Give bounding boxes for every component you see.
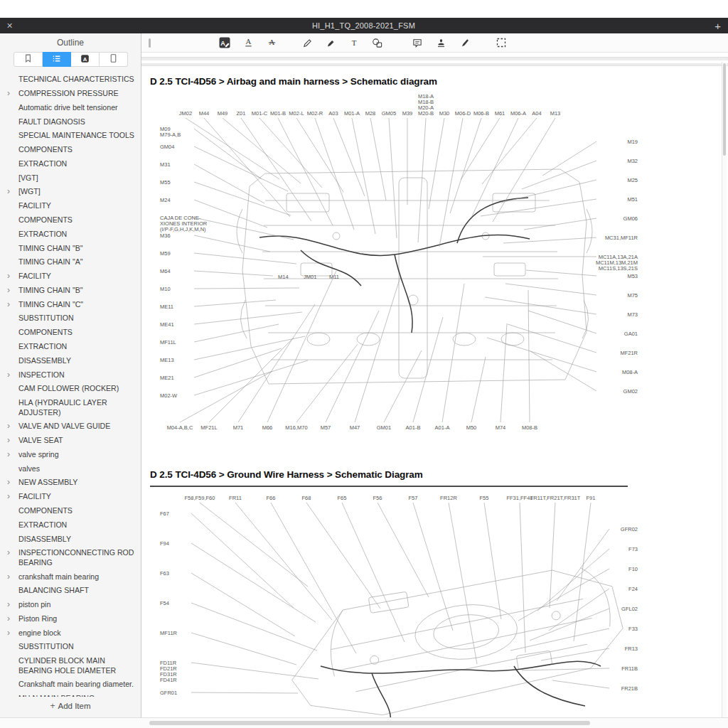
outline-item-label: FACILITY	[18, 201, 136, 210]
outline-item[interactable]: ›engine block	[0, 626, 141, 641]
outline-item[interactable]: ›INSPECTION	[0, 368, 141, 382]
outline-item[interactable]: ›MU N MAIN BEARING SELECTION	[0, 692, 141, 697]
strikeout-text-tool-button[interactable]: A	[263, 35, 280, 50]
outline-item[interactable]: DISASSEMBLY	[0, 354, 141, 368]
outline-list-icon	[52, 53, 61, 66]
close-window-icon[interactable]: ✕	[0, 21, 25, 31]
chevron-right-icon[interactable]: ›	[6, 300, 18, 309]
outline-item[interactable]: FACILITY	[0, 199, 141, 213]
chevron-right-icon[interactable]: ›	[6, 572, 18, 582]
highlight-text-tool-button[interactable]: A	[216, 35, 233, 50]
outline-item[interactable]: ›crankshaft main bearing	[0, 569, 141, 584]
outline-item[interactable]: ›TIMING CHAIN "C"	[0, 298, 141, 312]
chevron-right-icon[interactable]: ›	[6, 187, 18, 196]
tool-group-2: T	[299, 35, 386, 50]
diagram-label: M74	[496, 424, 506, 431]
outline-item[interactable]: ›Piston Ring	[0, 612, 141, 626]
chevron-right-icon[interactable]: ›	[6, 272, 18, 281]
chevron-right-icon[interactable]: ›	[6, 436, 18, 445]
annotations-tab[interactable]: A	[71, 52, 100, 67]
diagram-label: GA01	[624, 331, 638, 337]
diagram-label: M02-R	[307, 110, 323, 117]
note-tool-button[interactable]	[409, 35, 426, 50]
new-tab-icon[interactable]: +	[702, 20, 728, 32]
horizontal-scrollbar[interactable]	[0, 717, 728, 728]
outline-item-label: TECHNICAL CHARACTERISTICS	[18, 75, 136, 84]
outline-item[interactable]: CYLINDER BLOCK MAIN BEARING HOLE DIAMETE…	[0, 654, 141, 678]
vertical-scrollbar[interactable]	[722, 62, 727, 718]
outline-item[interactable]: Automatic drive belt tensioner	[0, 101, 141, 115]
outline-item[interactable]: ›VALVE SEAT	[0, 434, 141, 448]
outline-item[interactable]: [VGT]	[0, 171, 141, 185]
outline-item[interactable]: TIMING CHAIN "A"	[0, 255, 141, 269]
outline-item-label: FAULT DIAGNOSIS	[18, 117, 136, 127]
outline-item[interactable]: ›NEW ASSEMBLY	[0, 476, 141, 490]
sidebar-tab-bar: A	[0, 52, 141, 67]
chevron-right-icon[interactable]: ›	[6, 614, 18, 623]
chevron-right-icon[interactable]: ›	[6, 286, 18, 295]
outline-item[interactable]: TECHNICAL CHARACTERISTICS	[0, 73, 141, 87]
diagram-label: M16,M70	[285, 424, 307, 431]
shapes-tool-button[interactable]	[369, 35, 386, 50]
marker-tool-button[interactable]	[322, 35, 339, 50]
chevron-right-icon[interactable]: ›	[6, 370, 18, 380]
underline-text-tool-button[interactable]: A	[240, 35, 257, 50]
outline-item[interactable]: ›FACILITY	[0, 269, 141, 284]
outline-item[interactable]: TIMING CHAIN "B"	[0, 241, 141, 255]
outline-item[interactable]: COMPONENTS	[0, 213, 141, 228]
diagram-label: M44	[199, 110, 210, 117]
signature-tool-button[interactable]	[456, 35, 473, 50]
outline-item[interactable]: HLA (HYDRAULIC LAYER ADJUSTER)	[0, 396, 141, 419]
diagram-label: M73	[627, 311, 638, 318]
outline-item[interactable]: FAULT DIAGNOSIS	[0, 114, 141, 129]
outline-item[interactable]: valves	[0, 462, 141, 476]
pencil-tool-button[interactable]	[299, 35, 316, 50]
chevron-right-icon[interactable]: ›	[6, 478, 18, 487]
stamp-tool-button[interactable]	[432, 35, 449, 50]
outline-item[interactable]: BALANCING SHAFT	[0, 584, 141, 598]
outline-item[interactable]: COMPONENTS	[0, 143, 141, 157]
outline-item[interactable]: Crankshaft main bearing diameter.	[0, 678, 141, 692]
outline-item[interactable]: ›TIMING CHAIN "B"	[0, 284, 141, 298]
outline-item[interactable]: ›valve spring	[0, 448, 141, 462]
outline-item[interactable]: DISASSEMBLY	[0, 532, 141, 546]
outline-item[interactable]: SUBSTITUTION	[0, 640, 141, 654]
outline-item[interactable]: COMPONENTS	[0, 326, 141, 340]
diagram-label: MF21L	[200, 424, 217, 431]
diagram-label: JM01	[304, 274, 316, 280]
pages-tab[interactable]	[100, 52, 128, 67]
outline-item-label: CYLINDER BLOCK MAIN BEARING HOLE DIAMETE…	[18, 656, 136, 675]
outline-item[interactable]: CAM FOLLOWER (ROCKER)	[0, 382, 141, 396]
outline-item[interactable]: ›COMPRESSION PRESSURE	[0, 87, 141, 101]
outline-item[interactable]: ›INSPECTIONCONNECTING ROD BEARING	[0, 546, 141, 569]
chevron-right-icon[interactable]: ›	[6, 492, 18, 501]
outline-item[interactable]: SUBSTITUTION	[0, 311, 141, 326]
outline-item[interactable]: EXTRACTION	[0, 518, 141, 532]
horizontal-scrollbar-thumb[interactable]	[149, 721, 590, 725]
diagram-label: M02-W	[160, 392, 178, 399]
text-tool-button[interactable]: T	[346, 35, 363, 50]
chevron-right-icon[interactable]: ›	[6, 450, 18, 459]
outline-item[interactable]: ›piston pin	[0, 598, 141, 612]
chevron-right-icon[interactable]: ›	[6, 89, 18, 98]
outline-item[interactable]: EXTRACTION	[0, 157, 141, 171]
outline-item[interactable]: ›[WGT]	[0, 185, 141, 199]
outline-item[interactable]: SPECIAL MAINTENANCE TOOLS	[0, 129, 141, 143]
toolbar-drag-handle[interactable]	[149, 38, 151, 48]
outline-item[interactable]: ›VALVE AND VALVE GUIDE	[0, 419, 141, 434]
vertical-scrollbar-thumb[interactable]	[723, 63, 726, 156]
outline-item[interactable]: EXTRACTION	[0, 228, 141, 242]
chevron-right-icon[interactable]: ›	[6, 422, 18, 431]
chevron-right-icon[interactable]: ›	[6, 600, 18, 609]
selection-tool-button[interactable]	[493, 35, 510, 50]
outline-item[interactable]: ›FACILITY	[0, 490, 141, 504]
outline-tab[interactable]	[43, 52, 71, 67]
outline-item[interactable]: COMPONENTS	[0, 504, 141, 518]
bookmarks-tab[interactable]	[14, 52, 43, 67]
outline-item-label: BALANCING SHAFT	[18, 586, 136, 595]
chevron-right-icon[interactable]: ›	[6, 548, 18, 557]
diagram-label: M64	[160, 268, 171, 274]
outline-item[interactable]: EXTRACTION	[0, 340, 141, 354]
chevron-right-icon[interactable]: ›	[6, 628, 18, 638]
add-item-button[interactable]: +Add Item	[0, 697, 141, 718]
